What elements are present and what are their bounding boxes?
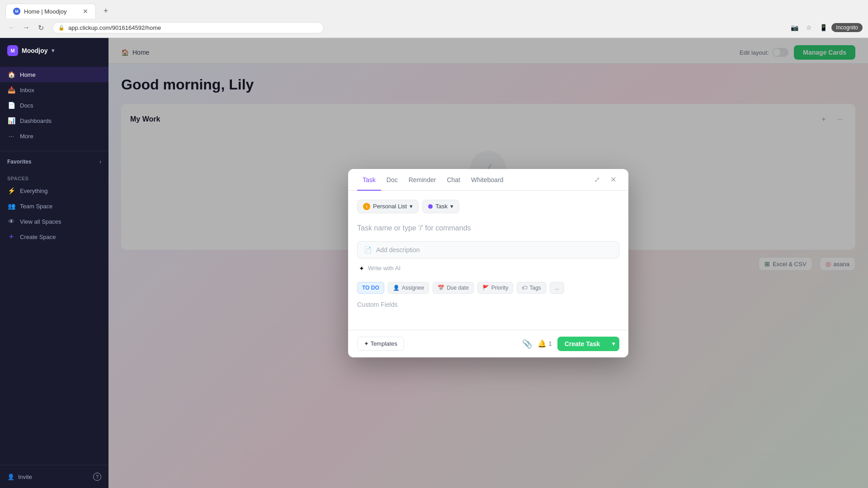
- sidebar-item-docs[interactable]: 📄 Docs: [0, 98, 108, 113]
- spaces-section-label: Spaces: [0, 169, 108, 183]
- modal-tab-task[interactable]: Task: [357, 169, 381, 191]
- sidebar-item-home[interactable]: 🏠 Home: [0, 67, 108, 82]
- sidebar-item-teamspace[interactable]: 👥 Team Space: [0, 198, 108, 214]
- tab-favicon: M: [13, 8, 20, 15]
- sidebar-createspace-label: Create Space: [20, 234, 56, 240]
- main-content: 🏠 Home Edit layout: Manage Cards Good mo…: [108, 38, 868, 488]
- notification-btn[interactable]: 🔔 1: [538, 339, 552, 348]
- browser-tab[interactable]: M Home | Moodjoy ✕: [5, 4, 96, 19]
- modal-footer: ✦ Templates 📎 🔔 1 Create Task ▾: [348, 330, 628, 357]
- modal-tab-reminder[interactable]: Reminder: [403, 169, 442, 191]
- new-tab-button[interactable]: +: [99, 5, 112, 18]
- refresh-button[interactable]: ↻: [34, 21, 47, 34]
- tab-close-btn[interactable]: ✕: [83, 8, 88, 15]
- custom-fields-label: Custom Fields: [357, 301, 397, 308]
- ai-sparkle-icon: ✦: [359, 265, 364, 272]
- list-icon: i: [363, 203, 370, 210]
- tag-icon: 🏷: [522, 285, 527, 291]
- sidebar-item-favorites[interactable]: Favorites ›: [0, 155, 108, 169]
- modal-close-btn[interactable]: ✕: [607, 173, 619, 186]
- ai-write-row[interactable]: ✦ Write with AI: [357, 262, 619, 275]
- sidebar-inbox-label: Inbox: [20, 87, 34, 94]
- modal-tab-actions: ⤢ ✕: [590, 173, 619, 186]
- sidebar-item-everything[interactable]: ⚡ Everything: [0, 183, 108, 198]
- sidebar: M Moodjoy ▾ 🏠 Home 📥 Inbox 📄 Docs 📊 Dash…: [0, 38, 108, 488]
- address-bar[interactable]: 🔒 app.clickup.com/9016164592/home: [52, 22, 324, 33]
- bell-icon: 🔔: [538, 339, 547, 348]
- sidebar-header: M Moodjoy ▾: [0, 38, 108, 63]
- lock-icon: 🔒: [58, 25, 65, 31]
- everything-icon: ⚡: [7, 187, 15, 195]
- modal-body: i Personal List ▾ Task ▾: [348, 191, 628, 330]
- sidebar-docs-label: Docs: [20, 102, 33, 109]
- forward-button[interactable]: →: [20, 21, 33, 34]
- custom-fields-section[interactable]: Custom Fields: [357, 294, 619, 321]
- url-text: app.clickup.com/9016164592/home: [68, 24, 161, 31]
- incognito-badge: Incognito: [831, 23, 863, 32]
- modal-tab-chat[interactable]: Chat: [441, 169, 466, 191]
- assignee-btn[interactable]: 👤 Assignee: [388, 282, 429, 294]
- priority-btn[interactable]: 🚩 Priority: [477, 282, 513, 294]
- create-task-label[interactable]: Create Task: [557, 337, 607, 351]
- sidebar-item-dashboards[interactable]: 📊 Dashboards: [0, 113, 108, 128]
- help-icon[interactable]: ?: [93, 473, 101, 481]
- modal-selectors: i Personal List ▾ Task ▾: [357, 200, 619, 213]
- notification-count: 1: [548, 340, 552, 347]
- sidebar-everything-label: Everything: [20, 188, 47, 194]
- sidebar-more-label: More: [20, 133, 33, 140]
- tab-title: Home | Moodjoy: [24, 8, 66, 15]
- more-meta-btn[interactable]: ...: [550, 282, 564, 294]
- more-icon: ···: [7, 132, 15, 140]
- workspace-name[interactable]: M Moodjoy ▾: [7, 45, 54, 56]
- sidebar-viewallspaces-label: View all Spaces: [20, 218, 61, 225]
- modal-overlay[interactable]: Task Doc Reminder Chat Whiteboard ⤢ ✕: [108, 38, 868, 488]
- task-type-selector-btn[interactable]: Task ▾: [422, 200, 459, 213]
- app-container: M Moodjoy ▾ 🏠 Home 📥 Inbox 📄 Docs 📊 Dash…: [0, 38, 868, 488]
- modal-tab-doc[interactable]: Doc: [381, 169, 403, 191]
- tags-label: Tags: [529, 285, 541, 291]
- create-task-dropdown-arrow[interactable]: ▾: [608, 337, 619, 351]
- sidebar-home-label: Home: [20, 71, 36, 78]
- dashboards-icon: 📊: [7, 117, 15, 125]
- tags-btn[interactable]: 🏷 Tags: [517, 282, 546, 294]
- invite-button[interactable]: 👤 Invite ?: [7, 473, 101, 481]
- browser-chrome: M Home | Moodjoy ✕ + ← → ↻ 🔒 app.clickup…: [0, 0, 868, 38]
- create-task-button[interactable]: Create Task ▾: [557, 337, 619, 351]
- sidebar-item-createspace[interactable]: + Create Space: [0, 229, 108, 244]
- footer-right: 📎 🔔 1 Create Task ▾: [522, 337, 619, 351]
- list-selector-label: Personal List: [373, 203, 407, 210]
- due-date-btn[interactable]: 📅 Due date: [433, 282, 474, 294]
- due-date-label: Due date: [447, 285, 469, 291]
- templates-button[interactable]: ✦ Templates: [357, 337, 404, 351]
- sidebar-item-more[interactable]: ··· More: [0, 128, 108, 144]
- modal-tab-whiteboard[interactable]: Whiteboard: [466, 169, 509, 191]
- back-button[interactable]: ←: [5, 21, 18, 34]
- teamspace-icon: 👥: [7, 202, 15, 210]
- task-meta-row: TO DO 👤 Assignee 📅 Due date 🚩 Priority: [357, 282, 619, 294]
- status-todo-btn[interactable]: TO DO: [357, 282, 384, 294]
- sidebar-dashboards-label: Dashboards: [20, 117, 52, 124]
- createspace-icon: +: [7, 233, 15, 241]
- calendar-icon: 📅: [438, 285, 444, 291]
- camera-icon[interactable]: 📷: [788, 21, 801, 34]
- attachment-btn[interactable]: 📎: [522, 339, 532, 349]
- star-icon[interactable]: ☆: [802, 21, 815, 34]
- sidebar-item-viewallspaces[interactable]: 👁 View all Spaces: [0, 214, 108, 229]
- viewallspaces-icon: 👁: [7, 217, 15, 225]
- modal-tabs: Task Doc Reminder Chat Whiteboard ⤢ ✕: [348, 169, 628, 191]
- sidebar-teamspace-label: Team Space: [20, 203, 52, 210]
- list-selector-btn[interactable]: i Personal List ▾: [357, 200, 419, 213]
- sidebar-divider-1: [0, 151, 108, 151]
- home-icon: 🏠: [7, 70, 15, 79]
- modal-expand-btn[interactable]: ⤢: [590, 173, 603, 186]
- invite-icon: 👤: [7, 474, 14, 480]
- device-icon[interactable]: 📱: [817, 21, 830, 34]
- task-name-input[interactable]: [357, 221, 619, 236]
- create-task-modal: Task Doc Reminder Chat Whiteboard ⤢ ✕: [348, 169, 628, 357]
- sidebar-item-inbox[interactable]: 📥 Inbox: [0, 82, 108, 98]
- list-selector-chevron: ▾: [410, 203, 413, 210]
- priority-label: Priority: [491, 285, 508, 291]
- description-row[interactable]: 📄 Add description: [357, 241, 619, 258]
- sidebar-footer: 👤 Invite ?: [0, 465, 108, 488]
- task-type-chevron: ▾: [450, 203, 453, 210]
